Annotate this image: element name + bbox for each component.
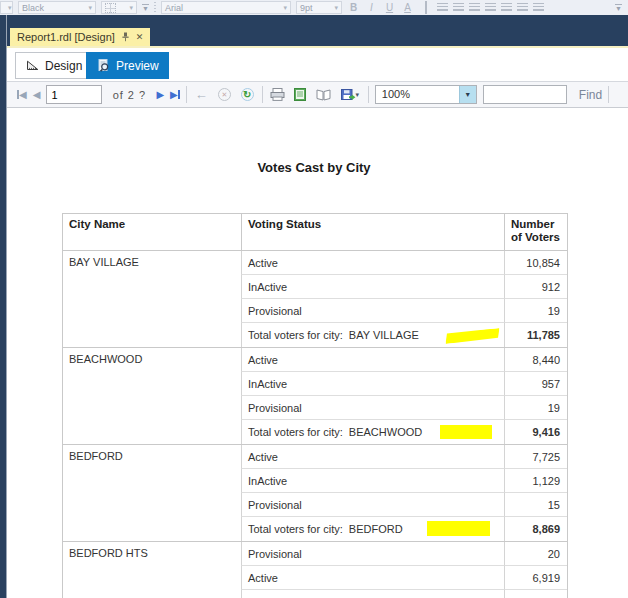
zoom-value: 100% [376, 86, 459, 103]
refresh-icon: ↻ [241, 88, 254, 101]
chevron-down-icon: ▼ [615, 6, 622, 11]
report-title: Votes Cast by City [62, 160, 566, 175]
status-cell: InActive [241, 590, 504, 598]
underline-button[interactable]: U [383, 1, 396, 14]
status-cell: InActive [241, 469, 504, 493]
tab-preview-label: Preview [116, 59, 159, 73]
pin-icon[interactable] [121, 32, 130, 42]
first-page-button[interactable]: ◀ [17, 89, 27, 100]
chevron-down-icon: ▾ [334, 4, 338, 12]
stop-icon: ✕ [218, 88, 231, 101]
color-combo[interactable]: Black▾ [18, 1, 96, 14]
chevron-down-icon: ▾ [283, 4, 287, 12]
chevron-down-icon: ▼ [142, 6, 149, 11]
truncated-combo[interactable]: ▾ [0, 1, 13, 14]
tab-preview[interactable]: Preview [86, 52, 169, 79]
zoom-dropdown-button[interactable]: ▼ [459, 86, 476, 103]
back-button[interactable]: ← [193, 86, 210, 103]
highlight-mark [445, 328, 501, 344]
value-cell: 19 [504, 396, 567, 420]
zoom-select[interactable]: 100% ▼ [375, 85, 477, 104]
preview-toolbar: ◀ ◀ of 2 ? ▶ ▶ ← ✕ ↻ [7, 81, 628, 108]
column-header-status: Voting Status [241, 214, 504, 250]
document-tab-title: Report1.rdl [Design] [17, 31, 115, 43]
chevron-down-icon: ▾ [88, 4, 92, 12]
align-right-button[interactable] [469, 3, 480, 12]
report-designer-window: ▾ Black▾ ▾ ▼ Arial▾ 9pt▾ B I U A ▼ Repor… [0, 0, 628, 598]
status-cell: Active [241, 566, 504, 590]
tab-design[interactable]: Design [15, 52, 93, 79]
total-value-cell: 11,785 [504, 323, 567, 347]
highlight-mark [440, 425, 492, 439]
last-page-button[interactable]: ▶ [170, 89, 180, 100]
page-number-input[interactable] [46, 85, 102, 104]
indent-decrease-button[interactable] [517, 3, 528, 12]
total-label-cell: Total voters for city: BAY VILLAGE [241, 323, 504, 347]
value-cell: 6,919 [504, 566, 567, 590]
print-layout-button[interactable] [292, 86, 309, 103]
font-size-combo[interactable]: 9pt▾ [296, 1, 342, 14]
value-cell: 19 [504, 299, 567, 323]
value-cell: 15 [504, 493, 567, 517]
status-cell: InActive [241, 372, 504, 396]
export-save-icon [341, 89, 356, 101]
page-setup-book-icon [316, 89, 331, 101]
total-value-cell: 9,416 [504, 420, 567, 444]
align-center-button[interactable] [453, 3, 464, 12]
print-layout-icon [294, 88, 306, 101]
toolbar-overflow-button[interactable]: ▼ [142, 4, 149, 11]
size-combo-value: 9pt [300, 3, 313, 13]
bullet-list-button[interactable] [501, 3, 512, 12]
refresh-button[interactable]: ↻ [239, 86, 256, 103]
value-cell: 1,111 [504, 590, 567, 598]
page-setup-button[interactable] [315, 86, 332, 103]
toolbar-separator [368, 86, 369, 103]
pages-total-label: of 2 ? [108, 89, 150, 101]
font-family-combo[interactable]: Arial▾ [161, 1, 291, 14]
total-label-cell: Total voters for city: BEDFORD [241, 517, 504, 541]
align-left-button[interactable] [437, 3, 448, 12]
close-icon[interactable]: ✕ [136, 33, 144, 42]
find-button[interactable]: Find [579, 88, 602, 102]
status-cell: Active [241, 445, 504, 469]
toolbar-separator [262, 86, 263, 103]
highlight-mark [427, 521, 490, 536]
stop-button[interactable]: ✕ [216, 86, 233, 103]
first-page-bar [17, 90, 19, 99]
indent-increase-button[interactable] [533, 3, 544, 12]
city-group: BEACHWOOD Active 8,440 InActive 957 Prov… [63, 348, 567, 445]
total-label-cell: Total voters for city: BEACHWOOD [241, 420, 504, 444]
image-button[interactable] [419, 1, 432, 14]
value-cell: 7,725 [504, 445, 567, 469]
printer-icon [270, 88, 285, 101]
value-cell: 20 [504, 542, 567, 566]
toolbar-overflow-button[interactable]: ▼ [615, 4, 622, 11]
bold-button[interactable]: B [347, 1, 360, 14]
preview-report-icon [96, 59, 110, 72]
toolbar-separator [186, 86, 187, 103]
toolbar-separator [608, 86, 609, 103]
border-style-combo[interactable]: ▾ [101, 1, 137, 14]
status-cell: InActive [241, 275, 504, 299]
last-page-bar [178, 90, 180, 99]
border-grid-icon [105, 3, 116, 13]
prev-page-button[interactable]: ◀ [33, 89, 41, 100]
image-icon [425, 1, 427, 14]
font-color-button[interactable]: A [401, 1, 414, 14]
city-name-cell: BEDFORD HTS [63, 542, 241, 598]
city-name-cell: BEACHWOOD [63, 348, 241, 444]
report-preview-page: Votes Cast by City City Name Voting Stat… [7, 108, 628, 598]
value-cell: 8,440 [504, 348, 567, 372]
table-header-row: City Name Voting Status Number of Voters [63, 214, 567, 251]
next-page-button[interactable]: ▶ [156, 89, 164, 100]
export-button[interactable]: ▾ [338, 86, 362, 103]
document-tab[interactable]: Report1.rdl [Design] ✕ [10, 28, 150, 46]
font-combo-value: Arial [165, 3, 183, 13]
status-cell: Active [241, 348, 504, 372]
status-cell: Provisional [241, 299, 504, 323]
city-group: BAY VILLAGE Active 10,854 InActive 912 P… [63, 251, 567, 348]
italic-button[interactable]: I [365, 1, 378, 14]
numbered-list-button[interactable] [485, 3, 496, 12]
print-button[interactable] [269, 86, 286, 103]
find-input[interactable] [483, 85, 567, 104]
